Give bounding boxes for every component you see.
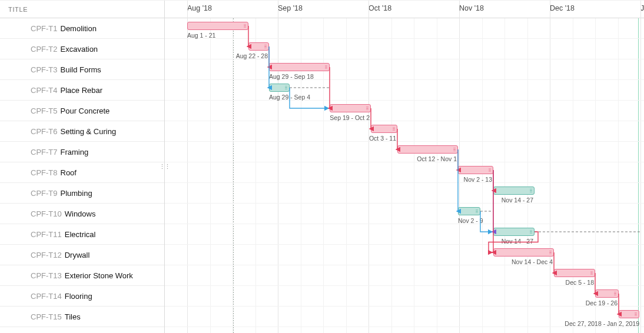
task-code: CPF-T14 bbox=[31, 292, 62, 301]
task-name: Plumbing bbox=[61, 189, 92, 198]
bar-date-label: Aug 22 - 28 bbox=[236, 52, 268, 59]
task-name: Pour Concrete bbox=[61, 106, 110, 115]
task-name: Tiles bbox=[65, 312, 81, 321]
bar-date-label: Aug 1 - 21 bbox=[187, 32, 215, 39]
task-name: Excavation bbox=[61, 45, 98, 54]
bar-resize-grip-icon[interactable] bbox=[244, 24, 246, 28]
bar-resize-grip-icon[interactable] bbox=[635, 312, 637, 317]
task-row[interactable]: CPF-T4Place Rebar bbox=[0, 80, 164, 101]
task-row[interactable]: CPF-T7Framing bbox=[0, 142, 164, 162]
bar-date-label: Oct 3 - 11 bbox=[369, 135, 396, 142]
bar-resize-grip-icon[interactable] bbox=[264, 44, 267, 49]
gantt-bar[interactable] bbox=[269, 63, 330, 71]
bar-resize-grip-icon[interactable] bbox=[325, 65, 327, 69]
task-row[interactable]: CPF-T8Roof bbox=[0, 162, 164, 183]
gantt-chart[interactable]: Aug '18Sep '18Oct '18Nov '18Dec '18Ja Au… bbox=[165, 1, 644, 333]
bar-date-label: Nov 14 - 27 bbox=[502, 238, 533, 245]
bar-resize-grip-icon[interactable] bbox=[453, 147, 456, 152]
task-code: CPF-T15 bbox=[31, 312, 62, 321]
month-label[interactable]: Dec '18 bbox=[550, 4, 575, 12]
task-row[interactable]: CPF-T6Setting & Curing bbox=[0, 121, 164, 142]
bar-date-label: Nov 2 - 13 bbox=[464, 176, 492, 183]
gantt-bar[interactable] bbox=[397, 145, 458, 154]
task-list: CPF-T1DemolitionCPF-T2ExcavationCPF-T3Bu… bbox=[0, 18, 164, 333]
gantt-bar[interactable] bbox=[619, 310, 639, 318]
bar-date-label: Aug 29 - Sep 4 bbox=[269, 94, 310, 101]
task-code: CPF-T2 bbox=[31, 45, 58, 54]
task-code: CPF-T3 bbox=[31, 65, 58, 74]
bar-date-label: Nov 14 - 27 bbox=[502, 197, 533, 204]
task-row[interactable]: CPF-T9Plumbing bbox=[0, 183, 164, 204]
month-label[interactable]: Nov '18 bbox=[459, 4, 484, 12]
bar-resize-grip-icon[interactable] bbox=[530, 188, 532, 193]
bar-date-label: Nov 14 - Dec 4 bbox=[512, 258, 553, 265]
task-sidebar: TITLE CPF-T1DemolitionCPF-T2ExcavationCP… bbox=[0, 1, 165, 333]
task-name: Electrical bbox=[65, 230, 96, 239]
bar-date-label: Dec 27, 2018 - Jan 2, 2019 bbox=[565, 320, 639, 327]
month-label[interactable]: Aug '18 bbox=[187, 4, 212, 12]
task-row[interactable]: CPF-T1Demolition bbox=[0, 18, 164, 39]
task-code: CPF-T10 bbox=[31, 209, 62, 218]
gantt-bar[interactable] bbox=[595, 289, 619, 298]
bar-date-label: Dec 5 - 18 bbox=[566, 279, 594, 286]
task-name: Place Rebar bbox=[61, 86, 103, 95]
task-row[interactable]: CPF-T2Excavation bbox=[0, 39, 164, 59]
task-code: CPF-T12 bbox=[31, 251, 62, 259]
gantt-bar[interactable] bbox=[554, 269, 595, 277]
task-row[interactable]: CPF-T14Flooring bbox=[0, 286, 164, 307]
gantt-bar[interactable] bbox=[330, 104, 371, 112]
gantt-bar[interactable] bbox=[458, 207, 480, 215]
task-code: CPF-T5 bbox=[31, 106, 58, 115]
gantt-app: TITLE CPF-T1DemolitionCPF-T2ExcavationCP… bbox=[0, 0, 644, 333]
gantt-bar[interactable] bbox=[458, 166, 493, 174]
task-row[interactable]: CPF-T12Drywall bbox=[0, 245, 164, 265]
task-name: Drywall bbox=[65, 251, 90, 259]
task-name: Framing bbox=[61, 148, 89, 156]
task-code: CPF-T8 bbox=[31, 168, 58, 177]
column-header-title[interactable]: TITLE bbox=[0, 1, 164, 18]
bar-resize-grip-icon[interactable] bbox=[590, 271, 593, 275]
task-name: Demolition bbox=[61, 24, 97, 33]
gantt-bar[interactable] bbox=[269, 84, 290, 92]
month-label[interactable]: Oct '18 bbox=[369, 4, 391, 12]
bar-date-label: Nov 2 - 9 bbox=[458, 217, 483, 224]
bar-date-label: Oct 12 - Nov 1 bbox=[417, 155, 457, 162]
bar-resize-grip-icon[interactable] bbox=[530, 229, 532, 234]
timeline-header[interactable]: Aug '18Sep '18Oct '18Nov '18Dec '18Ja bbox=[165, 1, 644, 18]
task-code: CPF-T11 bbox=[31, 230, 62, 239]
task-name: Windows bbox=[65, 209, 96, 218]
task-name: Exterior Stone Work bbox=[65, 271, 133, 280]
task-code: CPF-T13 bbox=[31, 271, 62, 280]
gantt-bar[interactable] bbox=[493, 228, 535, 236]
bar-date-label: Sep 19 - Oct 2 bbox=[330, 114, 370, 121]
gantt-bar[interactable] bbox=[493, 248, 554, 257]
bar-resize-grip-icon[interactable] bbox=[614, 291, 616, 296]
task-name: Build Forms bbox=[61, 65, 101, 74]
month-label[interactable]: Sep '18 bbox=[278, 4, 303, 12]
task-row[interactable]: CPF-T3Build Forms bbox=[0, 59, 164, 80]
task-code: CPF-T7 bbox=[31, 148, 58, 156]
bar-resize-grip-icon[interactable] bbox=[285, 85, 287, 90]
task-code: CPF-T6 bbox=[31, 127, 58, 136]
task-code: CPF-T9 bbox=[31, 189, 58, 198]
gantt-bar[interactable] bbox=[187, 22, 248, 30]
task-row[interactable]: CPF-T11Electrical bbox=[0, 224, 164, 245]
task-row[interactable]: CPF-T5Pour Concrete bbox=[0, 101, 164, 121]
task-name: Roof bbox=[61, 168, 77, 177]
task-row[interactable]: CPF-T15Tiles bbox=[0, 307, 164, 327]
bar-resize-grip-icon[interactable] bbox=[476, 209, 478, 214]
gantt-bar[interactable] bbox=[493, 187, 535, 195]
task-row[interactable]: CPF-T10Windows bbox=[0, 204, 164, 224]
bar-resize-grip-icon[interactable] bbox=[489, 168, 491, 172]
task-code: CPF-T4 bbox=[31, 86, 58, 95]
gantt-bar[interactable] bbox=[371, 125, 397, 133]
bar-resize-grip-icon[interactable] bbox=[366, 106, 369, 111]
task-row[interactable]: CPF-T13Exterior Stone Work bbox=[0, 265, 164, 286]
bar-date-label: Dec 19 - 26 bbox=[586, 299, 618, 307]
gantt-bar[interactable] bbox=[248, 42, 269, 51]
bar-resize-grip-icon[interactable] bbox=[549, 250, 552, 255]
gantt-chart-body[interactable]: Aug 1 - 21Aug 22 - 28Aug 29 - Sep 18Aug … bbox=[165, 18, 644, 333]
task-name: Flooring bbox=[65, 292, 92, 301]
bar-resize-grip-icon[interactable] bbox=[393, 126, 395, 131]
task-name: Setting & Curing bbox=[61, 127, 117, 136]
